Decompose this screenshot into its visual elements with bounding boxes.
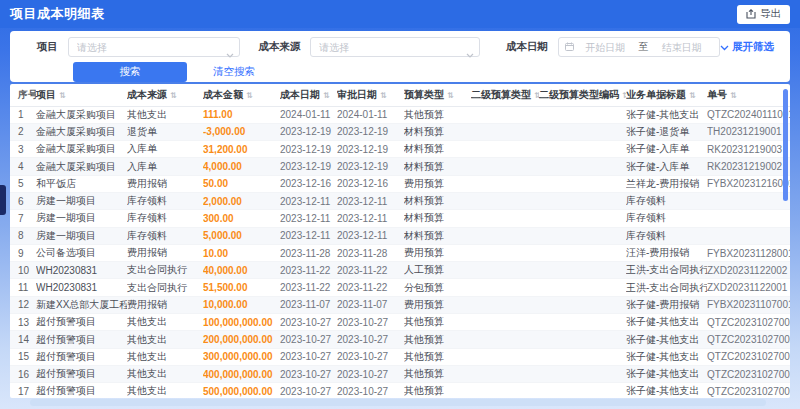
column-header-approval_date[interactable]: 审批日期⇅	[337, 84, 404, 106]
top-bar: 项目成本明细表 导出	[0, 0, 800, 28]
table-cell-project: 房建一期项目	[36, 210, 127, 227]
search-button[interactable]: 搜索	[73, 62, 187, 82]
sort-icon[interactable]: ⇅	[246, 91, 253, 100]
table-cell-project: 超付预警项目	[36, 331, 127, 348]
table-cell-cost_date: 2023-10-27	[280, 365, 337, 382]
cost-source-select[interactable]	[310, 37, 480, 58]
column-header-doc_no[interactable]: 单号⇅	[707, 84, 790, 106]
horizontal-scrollbar[interactable]	[30, 399, 766, 406]
column-label: 项目	[36, 89, 56, 100]
table-cell-cost_source: 费用报销	[127, 175, 203, 192]
vertical-scrollbar-thumb[interactable]	[783, 89, 788, 201]
sort-icon[interactable]: ⇅	[323, 91, 330, 100]
table-cell-cost_source: 库存领料	[127, 227, 203, 244]
column-label: 预算类型	[404, 89, 444, 100]
table-cell-index: 10	[10, 262, 36, 279]
table-row: 12新建XX总部大厦工程二期费用报销10,000.002023-11-07202…	[10, 296, 790, 313]
column-header-budget_type[interactable]: 预算类型⇅	[404, 84, 471, 106]
table-cell-cost_amount: 51,500.00	[203, 279, 280, 296]
table-cell-approval_date: 2023-10-27	[337, 365, 404, 382]
table-cell-sub_budget_type_code	[539, 210, 626, 227]
column-header-project[interactable]: 项目⇅	[36, 84, 127, 106]
table-cell-sub_budget_type_code	[539, 383, 626, 398]
column-header-cost_source[interactable]: 成本来源⇅	[127, 84, 203, 106]
table-cell-index: 16	[10, 365, 36, 382]
export-label: 导出	[760, 7, 781, 21]
sort-icon[interactable]: ⇅	[447, 91, 454, 100]
sort-icon[interactable]: ⇅	[170, 91, 177, 100]
table-cell-budget_type: 人工预算	[404, 262, 471, 279]
table-cell-doc_no	[707, 192, 790, 209]
table-cell-sub_budget_type	[471, 331, 539, 348]
table-cell-cost_source: 其他支出	[127, 365, 203, 382]
table-cell-budget_type: 材料预算	[404, 123, 471, 140]
table-row: 8房建一期项目库存领料5,000.002023-12-112023-12-11材…	[10, 227, 790, 244]
table-cell-sub_budget_type	[471, 192, 539, 209]
table-cell-project: 金融大厦采购项目	[36, 123, 127, 140]
table-cell-sub_budget_type_code	[539, 106, 626, 123]
table-cell-approval_date: 2023-11-22	[337, 262, 404, 279]
project-select-input[interactable]	[68, 37, 240, 57]
table-cell-doc_no: QTZC20231027002	[707, 383, 790, 398]
table-cell-cost_source: 其他支出	[127, 383, 203, 398]
table-cell-budget_type: 材料预算	[404, 227, 471, 244]
table-cell-budget_type: 其他预算	[404, 106, 471, 123]
table-cell-doc_title: 王洪-支出合同执行	[626, 279, 707, 296]
filter-panel: 项目 成本来源 成本日期 至 展开筛选	[10, 31, 790, 82]
page-title: 项目成本明细表	[10, 5, 105, 23]
cost-source-select-input[interactable]	[310, 37, 480, 57]
table-cell-sub_budget_type	[471, 279, 539, 296]
column-header-sub_budget_type_code[interactable]: 二级预算类型编码⇅	[539, 84, 626, 106]
table-cell-cost_amount: 100,000,000.00	[203, 314, 280, 331]
table-cell-doc_no: ZXD20231122001	[707, 279, 790, 296]
table-cell-sub_budget_type	[471, 158, 539, 175]
table-cell-budget_type: 其他预算	[404, 365, 471, 382]
table-cell-budget_type: 材料预算	[404, 141, 471, 158]
table-cell-sub_budget_type_code	[539, 296, 626, 313]
sort-icon[interactable]: ⇅	[380, 91, 387, 100]
column-header-sub_budget_type[interactable]: 二级预算类型⇅	[471, 84, 539, 106]
table-cell-doc_no: QTZC20231027002	[707, 331, 790, 348]
table-cell-project: 金融大厦采购项目	[36, 141, 127, 158]
table-cell-cost_date: 2023-11-22	[280, 262, 337, 279]
table-cell-cost_date: 2023-12-11	[280, 227, 337, 244]
table-cell-index: 1	[10, 106, 36, 123]
filter-row-actions: 搜索 清空搜索	[37, 62, 778, 82]
project-select[interactable]	[68, 37, 240, 58]
sort-icon[interactable]: ⇅	[730, 91, 737, 100]
table-cell-cost_amount: 31,200.00	[203, 141, 280, 158]
column-header-cost_amount[interactable]: 成本金额⇅	[203, 84, 280, 106]
table-cell-project: 金融大厦采购项目	[36, 106, 127, 123]
table-cell-doc_title: 张子健-其他支出	[626, 106, 707, 123]
clear-search-link[interactable]: 清空搜索	[213, 65, 255, 79]
table-cell-cost_date: 2023-12-16	[280, 175, 337, 192]
table-cell-cost_amount: 10.00	[203, 244, 280, 261]
column-label: 单号	[707, 89, 727, 100]
start-date-input[interactable]	[574, 42, 637, 53]
table-cell-project: 房建一期项目	[36, 192, 127, 209]
table-header-row: 序号项目⇅成本来源⇅成本金额⇅成本日期⇅审批日期⇅预算类型⇅二级预算类型⇅二级预…	[10, 84, 790, 106]
table-cell-cost_source: 费用报销	[127, 296, 203, 313]
column-label: 序号	[18, 89, 36, 100]
table-cell-project: 金融大厦采购项目	[36, 158, 127, 175]
cost-date-range[interactable]: 至	[558, 37, 720, 57]
table-cell-sub_budget_type	[471, 210, 539, 227]
column-header-cost_date[interactable]: 成本日期⇅	[280, 84, 337, 106]
table-cell-doc_title: 张子健-其他支出	[626, 348, 707, 365]
table-cell-index: 11	[10, 279, 36, 296]
table-cell-index: 6	[10, 192, 36, 209]
expand-filter-link[interactable]: 展开筛选	[720, 40, 774, 54]
filter-row-fields: 项目 成本来源 成本日期 至 展开筛选	[37, 37, 778, 57]
table-cell-doc_no: FYBX20231107001	[707, 296, 790, 313]
table-row: 11WH20230831支出合同执行51,500.002023-11-22202…	[10, 279, 790, 296]
column-header-doc_title[interactable]: 业务单据标题⇅	[626, 84, 707, 106]
table-cell-sub_budget_type	[471, 141, 539, 158]
end-date-input[interactable]	[650, 42, 713, 53]
column-label: 成本来源	[127, 89, 167, 100]
column-label: 业务单据标题	[626, 89, 686, 100]
table-cell-doc_title: 张子健-其他支出	[626, 365, 707, 382]
sort-icon[interactable]: ⇅	[59, 91, 66, 100]
table-cell-approval_date: 2023-12-19	[337, 141, 404, 158]
sort-icon[interactable]: ⇅	[689, 91, 696, 100]
export-button[interactable]: 导出	[737, 5, 790, 24]
